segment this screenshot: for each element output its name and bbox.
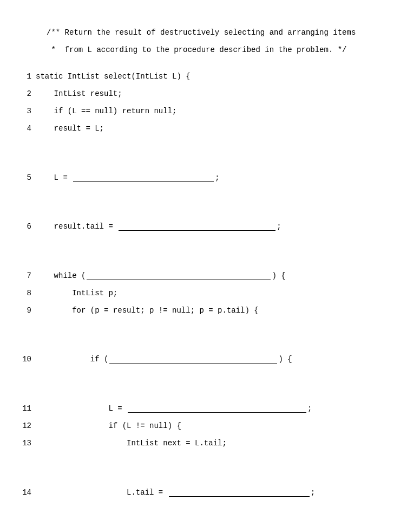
code-pre: L.tail =	[36, 488, 168, 497]
fill-blank[interactable]	[73, 174, 214, 182]
code-block: /** Return the result of destructively s…	[16, 11, 404, 532]
line-number: 10	[16, 355, 31, 364]
code-line-13: 13 IntList next = L.tail;	[16, 439, 404, 447]
code-line-3: 3 if (L == null) return null;	[16, 107, 404, 115]
code-pre: while (	[36, 271, 86, 280]
code-pre: if (	[36, 355, 108, 364]
line-number: 7	[16, 271, 31, 280]
code-text: L = ;	[36, 404, 312, 413]
code-text: result = L;	[36, 124, 104, 133]
code-text: static IntList select(IntList L) {	[36, 72, 191, 81]
line-number: 13	[16, 439, 31, 447]
fill-blank[interactable]	[87, 272, 271, 280]
code-text: for (p = result; p != null; p = p.tail) …	[36, 306, 259, 315]
code-line-1: 1static IntList select(IntList L) {	[16, 72, 404, 81]
code-line-4: 4 result = L;	[16, 124, 404, 133]
code-post: ;	[215, 173, 219, 182]
code-line-7: 7 while () {	[16, 271, 404, 280]
code-line-10: 10 if () {	[16, 355, 404, 364]
line-number: 5	[16, 173, 31, 182]
line-number: 11	[16, 404, 31, 413]
code-line-12: 12 if (L != null) {	[16, 421, 404, 430]
line-number: 14	[16, 488, 31, 497]
line-number: 2	[16, 89, 31, 98]
line-number: 8	[16, 289, 31, 297]
code-text: L = ;	[36, 173, 220, 182]
code-line-2: 2 IntList result;	[16, 89, 404, 98]
line-number: 1	[16, 72, 31, 81]
code-text: IntList result;	[36, 89, 122, 98]
fill-blank[interactable]	[169, 489, 310, 497]
code-pre: L =	[36, 173, 72, 182]
code-text: if () {	[36, 355, 292, 364]
line-number: 3	[16, 107, 31, 115]
line-number: 6	[16, 222, 31, 231]
fill-blank[interactable]	[128, 405, 306, 413]
code-post: ;	[307, 404, 312, 413]
code-post: ;	[277, 222, 281, 231]
code-text: IntList p;	[36, 289, 117, 297]
line-number: 9	[16, 306, 31, 315]
code-post: ;	[311, 488, 315, 497]
code-line-6: 6 result.tail = ;	[16, 222, 404, 231]
code-line-9: 9 for (p = result; p != null; p = p.tail…	[16, 306, 404, 315]
code-text: result.tail = ;	[36, 222, 281, 231]
code-text: if (L != null) {	[36, 421, 181, 430]
fill-blank[interactable]	[109, 356, 277, 364]
line-number: 12	[16, 421, 31, 430]
code-post: ) {	[278, 355, 292, 364]
code-line-8: 8 IntList p;	[16, 289, 404, 297]
comment-line-2: * from L according to the procedure desc…	[47, 46, 404, 54]
code-text: L.tail = ;	[36, 488, 315, 497]
code-line-14: 14 L.tail = ;	[16, 488, 404, 497]
code-pre: result.tail =	[36, 222, 117, 231]
code-text: if (L == null) return null;	[36, 107, 176, 115]
code-text: while () {	[36, 271, 286, 280]
code-line-5: 5 L = ;	[16, 173, 404, 182]
fill-blank[interactable]	[119, 223, 275, 231]
code-line-11: 11 L = ;	[16, 404, 404, 413]
code-pre: L =	[36, 404, 127, 413]
comment-line-1: /** Return the result of destructively s…	[47, 28, 404, 37]
line-number: 4	[16, 124, 31, 133]
code-text: IntList next = L.tail;	[36, 439, 227, 447]
code-post: ) {	[272, 271, 285, 280]
